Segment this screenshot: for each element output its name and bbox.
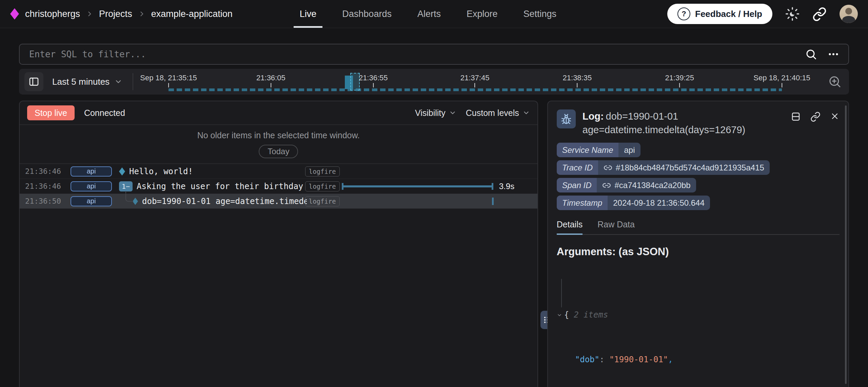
tab-settings[interactable]: Settings: [517, 0, 563, 28]
visibility-dropdown[interactable]: Visibility: [415, 108, 456, 118]
logfire-tag[interactable]: logfire: [305, 181, 340, 191]
timeline-tick: 21:36:05: [256, 69, 285, 87]
logfire-logo-icon[interactable]: [10, 8, 19, 20]
json-indent-guide: [561, 279, 562, 307]
logfire-tag[interactable]: logfire: [305, 166, 340, 177]
metadata-pills: Service Name api Trace ID #18b84cb4847b5…: [557, 143, 840, 210]
bug-icon: [557, 109, 576, 128]
logfire-app: christophergs Projects example-applicati…: [0, 0, 868, 387]
time-range-label: Last 5 minutes: [52, 77, 110, 87]
breadcrumb: christophergs Projects example-applicati…: [10, 0, 233, 28]
tick-label: 21:38:35: [563, 74, 592, 82]
timeline-tick: 21:37:45: [460, 69, 490, 87]
question-circle-icon: ?: [677, 7, 690, 20]
feedback-help-button[interactable]: ? Feedback / Help: [667, 4, 772, 24]
log-row-selected[interactable]: 21:36:50 api dob=1990-01-01 age=datetime…: [20, 194, 537, 209]
sidebar-toggle-button[interactable]: [24, 72, 43, 91]
empty-state-message: No older items in the selected time wind…: [197, 130, 360, 140]
theme-toggle-icon[interactable]: [785, 7, 800, 21]
log-row[interactable]: 21:36:46 api 1− Asking the user for thei…: [20, 179, 537, 194]
arguments-heading: Arguments: (as JSON): [557, 246, 840, 258]
span-message: Asking the user for their birthday: [137, 182, 303, 191]
tab-live[interactable]: Live: [294, 0, 323, 28]
row-timestamp: 21:36:46: [25, 182, 65, 190]
feedback-help-label: Feedback / Help: [695, 9, 762, 19]
service-badge[interactable]: api: [71, 181, 112, 191]
json-open-line[interactable]: {2 items: [557, 307, 840, 322]
span-duration-bar[interactable]: [342, 183, 493, 190]
logfire-tag[interactable]: logfire: [305, 196, 340, 206]
json-entry: "dob": "1990-01-01",: [557, 352, 840, 367]
timeline-tick: 21:39:25: [665, 69, 694, 87]
span-duration-label: 3.9s: [499, 182, 514, 191]
more-options-icon[interactable]: [827, 48, 840, 60]
close-panel-button[interactable]: [830, 111, 840, 121]
stop-live-button[interactable]: Stop live: [27, 105, 75, 120]
sql-filter-input[interactable]: [28, 49, 798, 60]
visibility-label: Visibility: [415, 108, 446, 118]
span-id-value: #ca741384ca2a20bb: [614, 181, 690, 190]
custom-levels-dropdown[interactable]: Custom levels: [466, 108, 530, 118]
details-tabs: Details Raw Data: [557, 220, 840, 235]
scrollbar[interactable]: [845, 105, 847, 384]
trace-id-pill[interactable]: Trace ID #18b84cb4847b5d574c4ad9121935a4…: [557, 160, 770, 175]
tab-explore[interactable]: Explore: [460, 0, 504, 28]
divider: [133, 73, 133, 90]
tab-dashboards[interactable]: Dashboards: [336, 0, 398, 28]
tab-raw-data[interactable]: Raw Data: [597, 220, 635, 234]
service-name-pill: Service Name api: [557, 143, 640, 157]
breadcrumb-org[interactable]: christophergs: [25, 9, 80, 19]
time-range-select[interactable]: Last 5 minutes: [52, 77, 122, 87]
breadcrumb-project[interactable]: example-application: [151, 9, 233, 19]
top-bar-actions: ? Feedback / Help: [667, 0, 858, 28]
log-diamond-icon: [119, 167, 125, 176]
timeline-dashed-track: [169, 88, 782, 91]
tick-label: Sep 18, 21:40:15: [753, 74, 810, 82]
service-badge[interactable]: api: [71, 196, 112, 206]
link-icon: [602, 181, 611, 190]
custom-levels-label: Custom levels: [466, 108, 519, 118]
tab-alerts[interactable]: Alerts: [411, 0, 447, 28]
log-rows: 21:36:46 api Hello, world! logfire 21:36…: [20, 164, 537, 387]
json-items-note: 2 items: [574, 310, 608, 320]
trace-id-label: Trace ID: [557, 160, 598, 175]
live-view-panel: Stop live Connected Visibility Custom le…: [19, 101, 538, 387]
details-actions: [791, 111, 840, 137]
timeline-selection-brush[interactable]: [350, 73, 360, 90]
zoom-in-button[interactable]: [826, 75, 844, 89]
details-title-kind: Log:: [583, 111, 604, 122]
split-view-button[interactable]: [791, 111, 801, 122]
json-viewer: {2 items "dob": "1990-01-01", "age": 109…: [557, 263, 840, 387]
tree-connector: [125, 194, 133, 202]
row-timestamp: 21:36:46: [25, 167, 65, 176]
log-row[interactable]: 21:36:46 api Hello, world! logfire: [20, 164, 537, 179]
collapse-chevron-icon[interactable]: [557, 312, 562, 318]
timestamp-value: 2024-09-18 21:36:50.644: [608, 196, 710, 210]
today-button[interactable]: Today: [259, 145, 298, 158]
chevron-right-icon: [138, 11, 145, 17]
log-message: Hello, world!: [129, 167, 193, 176]
tick-label: Sep 18, 21:35:15: [140, 74, 197, 82]
trace-id-value: #18b84cb4847b5d574c4ad9121935a415: [616, 163, 764, 172]
panel-left-icon: [28, 76, 39, 87]
main-nav: Live Dashboards Alerts Explore Settings: [287, 0, 569, 28]
share-link-icon[interactable]: [812, 7, 827, 21]
timeline-axis[interactable]: Sep 18, 21:35:15 21:36:05 21:36:55 21:37…: [141, 69, 819, 95]
service-badge[interactable]: api: [71, 166, 112, 177]
timestamp-label: Timestamp: [557, 196, 608, 210]
timeline-tick: Sep 18, 21:40:15: [753, 69, 810, 87]
link-icon: [604, 163, 612, 172]
copy-link-button[interactable]: [810, 111, 821, 122]
search-icon[interactable]: [805, 48, 817, 60]
row-duration-area: [338, 164, 537, 179]
chevron-down-icon: [114, 78, 122, 86]
connection-status: Connected: [84, 108, 125, 118]
span-id-pill[interactable]: Span ID #ca741384ca2a20bb: [557, 178, 696, 192]
user-avatar[interactable]: [840, 5, 858, 23]
timeline-tick: 21:36:55: [359, 69, 388, 87]
tab-details[interactable]: Details: [557, 220, 583, 235]
details-header: Log:dob=1990-01-01 age=datetime.timedelt…: [557, 109, 840, 137]
collapsed-children-badge[interactable]: 1−: [119, 181, 133, 191]
span-id-label: Span ID: [557, 178, 597, 192]
breadcrumb-section[interactable]: Projects: [99, 9, 132, 19]
